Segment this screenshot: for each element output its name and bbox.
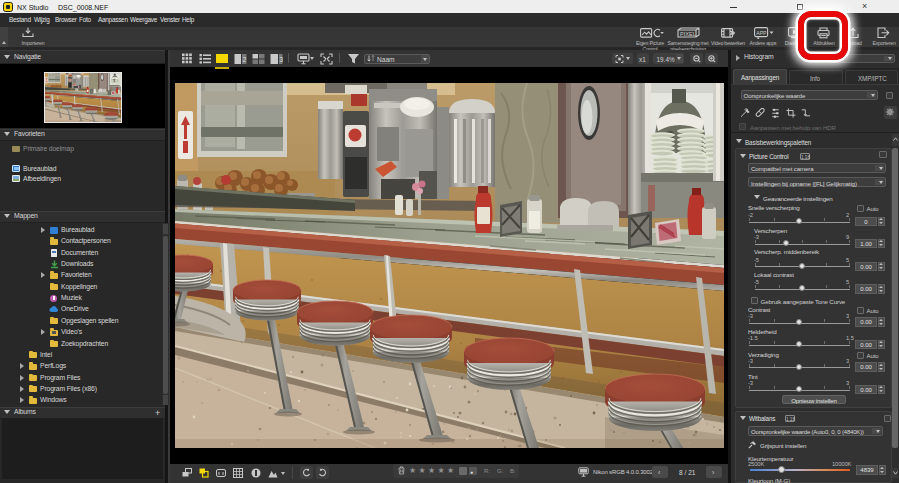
svg-text:PIXEL: PIXEL <box>680 31 696 37</box>
svg-text:3: 3 <box>279 56 283 63</box>
svg-text:2: 2 <box>243 56 247 63</box>
svg-text:APP: APP <box>756 30 767 36</box>
